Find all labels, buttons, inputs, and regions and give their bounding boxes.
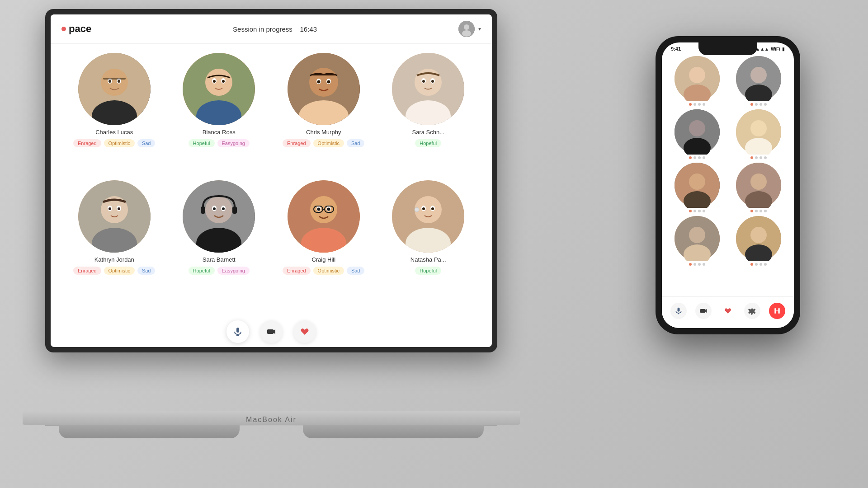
dot: [755, 263, 758, 266]
session-status: Session in progress – 16:43: [233, 25, 317, 33]
tag-enraged[interactable]: Enraged: [73, 267, 101, 275]
iphone-settings-button[interactable]: [744, 303, 760, 319]
dot: [693, 263, 696, 266]
iphone-leave-button[interactable]: [769, 303, 785, 319]
dot: [750, 210, 753, 212]
tag-hopeful[interactable]: Hopeful: [415, 139, 441, 147]
dot: [703, 156, 705, 159]
logo: pace: [61, 23, 91, 35]
dot: [703, 103, 705, 106]
logo-text: pace: [69, 23, 91, 35]
participant-card: Sara Barnett Hopeful Easygoing: [169, 180, 269, 303]
tag-optimistic[interactable]: Optimistic: [104, 267, 135, 275]
dot: [760, 103, 762, 106]
tag-enraged[interactable]: Enraged: [283, 139, 311, 147]
svg-rect-53: [232, 206, 237, 214]
emotion-tags: Enraged Optimistic Sad: [283, 267, 364, 275]
participant-card: Chris Murphy Enraged Optimistic Sad: [274, 53, 374, 176]
svg-point-80: [689, 67, 705, 83]
signal-icon: ▲▲▲: [755, 47, 769, 52]
svg-point-60: [317, 207, 320, 211]
participant-card: Sara Schn... Hopeful: [378, 53, 479, 176]
scene: pace Session in progress – 16:43 ▾: [0, 0, 868, 488]
tag-easygoing[interactable]: Easygoing: [217, 267, 250, 275]
battery-icon: ▮: [782, 47, 785, 52]
iphone-gear-icon: [748, 307, 756, 315]
dot: [698, 263, 701, 266]
svg-point-73: [415, 207, 419, 212]
dot: [764, 156, 767, 159]
app-header: pace Session in progress – 16:43 ▾: [51, 14, 492, 44]
dot: [689, 103, 692, 106]
svg-point-15: [206, 70, 231, 95]
tag-sad[interactable]: Sad: [137, 267, 156, 275]
participant-name: Kathryn Jordan: [94, 256, 134, 263]
user-avatar-header[interactable]: [458, 21, 475, 37]
svg-point-2: [462, 30, 471, 37]
tag-enraged[interactable]: Enraged: [283, 267, 311, 275]
iphone-mic-button[interactable]: [670, 303, 687, 319]
dot: [698, 156, 701, 159]
dot: [760, 263, 762, 266]
avatar: [288, 180, 360, 253]
chevron-down-icon[interactable]: ▾: [478, 26, 481, 32]
participant-card: Charles Lucas Enraged Optimistic Sad: [64, 53, 165, 176]
tag-enraged[interactable]: Enraged: [73, 139, 101, 147]
iphone-dots: [750, 210, 767, 212]
dot: [764, 263, 767, 266]
dot: [703, 263, 705, 266]
participant-card: Craig Hill Enraged Optimistic Sad: [274, 180, 374, 303]
bottom-controls: [51, 312, 492, 347]
emotion-tags: Enraged Optimistic Sad: [73, 139, 155, 147]
svg-marker-106: [705, 309, 707, 312]
iphone-camera-icon: [699, 307, 708, 315]
iphone-dots: [689, 103, 705, 106]
tag-sad[interactable]: Sad: [347, 139, 365, 147]
svg-point-83: [750, 67, 767, 83]
participant-name: Charles Lucas: [95, 129, 133, 136]
iphone-participant: [668, 109, 726, 159]
participant-card: Kathryn Jordan Enraged Optimistic Sad: [64, 180, 165, 303]
iphone-avatar: [736, 56, 781, 101]
svg-marker-78: [274, 329, 275, 334]
dot: [755, 103, 758, 106]
iphone-heart-button[interactable]: [720, 303, 736, 319]
avatar: [78, 180, 151, 253]
svg-rect-52: [201, 206, 205, 214]
heart-button[interactable]: [293, 320, 316, 343]
tag-hopeful[interactable]: Hopeful: [189, 267, 215, 275]
dot: [750, 156, 753, 159]
iphone-avatar: [736, 163, 781, 208]
emotion-tags: Hopeful Easygoing: [189, 139, 250, 147]
tag-optimistic[interactable]: Optimistic: [313, 139, 344, 147]
tag-optimistic[interactable]: Optimistic: [104, 139, 135, 147]
participant-card: Natasha Pa... Hopeful: [378, 180, 479, 303]
svg-point-51: [222, 207, 225, 210]
mic-icon: [233, 327, 243, 337]
tag-hopeful[interactable]: Hopeful: [415, 267, 441, 275]
iphone-camera-button[interactable]: [695, 303, 712, 319]
participant-name: Sara Barnett: [203, 256, 236, 263]
svg-point-19: [222, 80, 225, 83]
camera-button[interactable]: [260, 320, 283, 343]
tag-hopeful[interactable]: Hopeful: [189, 139, 215, 147]
emotion-tags: Hopeful: [415, 267, 441, 275]
tag-sad[interactable]: Sad: [137, 139, 156, 147]
svg-point-86: [689, 120, 705, 136]
svg-point-1: [464, 24, 469, 30]
iphone-avatar: [675, 163, 720, 208]
macbook-screen: pace Session in progress – 16:43 ▾: [51, 14, 492, 347]
tag-sad[interactable]: Sad: [347, 267, 365, 275]
svg-rect-105: [700, 309, 705, 312]
participant-name: Bianca Ross: [203, 129, 236, 136]
svg-point-71: [422, 207, 425, 210]
tag-optimistic[interactable]: Optimistic: [313, 267, 344, 275]
tag-easygoing[interactable]: Easygoing: [217, 139, 250, 147]
svg-point-6: [102, 70, 127, 95]
mic-button[interactable]: [226, 320, 249, 343]
avatar: [78, 53, 151, 125]
iphone-participant: [730, 216, 788, 266]
iphone-participant: [730, 56, 788, 106]
macbook-device: pace Session in progress – 16:43 ▾: [23, 9, 520, 461]
dot: [764, 103, 767, 106]
